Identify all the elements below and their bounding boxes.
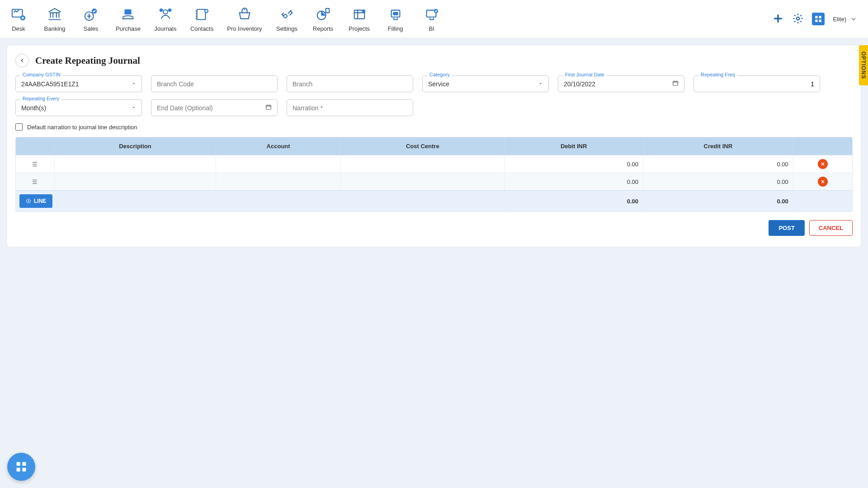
nav-settings[interactable]: Settings [276, 6, 298, 32]
bi-icon [424, 6, 439, 23]
grid-icon [15, 460, 28, 473]
chevron-down-icon [850, 15, 857, 23]
end-date-input[interactable]: End Date (Optional) [151, 99, 278, 116]
journal-lines-table: Description Account Cost Centre Debit IN… [15, 137, 853, 212]
proinventory-icon [237, 6, 252, 23]
nav-projects[interactable]: Projects [348, 6, 371, 32]
cell-debit[interactable]: 0.00 [505, 173, 643, 191]
cell-credit[interactable]: 0.00 [643, 155, 793, 173]
company-gstin-select[interactable]: Company GSTIN 24AABCA5951E1Z1 [15, 75, 142, 92]
repeating-every-select[interactable]: Repeating Every Month(s) [15, 99, 142, 116]
cell-account[interactable] [216, 173, 340, 191]
nav-label: Contacts [190, 25, 213, 32]
fab-button[interactable] [7, 453, 35, 481]
cell-account[interactable] [216, 155, 340, 173]
sales-icon [83, 6, 99, 23]
svg-point-5 [163, 9, 167, 14]
cell-debit[interactable]: 0.00 [505, 155, 643, 173]
delete-row-button[interactable] [818, 177, 828, 187]
back-button[interactable] [15, 54, 29, 67]
every-label: Repeating Every [20, 96, 61, 101]
svg-rect-24 [673, 81, 678, 85]
repeating-freq-input[interactable]: Repeating Freq [693, 75, 820, 92]
nav-right: Elite) [772, 13, 861, 26]
cell-cost-centre[interactable] [341, 173, 505, 191]
post-button[interactable]: POST [769, 220, 804, 236]
nav-label: Sales [84, 25, 99, 32]
cell-credit[interactable]: 0.00 [643, 173, 793, 191]
drag-handle-icon[interactable]: ☰ [32, 161, 38, 168]
nav-contacts[interactable]: Contacts [190, 6, 213, 32]
svg-rect-30 [22, 468, 26, 471]
projects-icon [352, 6, 367, 23]
nav-purchase[interactable]: Purchase [116, 6, 141, 32]
svg-rect-8 [197, 9, 205, 19]
gstin-label: Company GSTIN [20, 72, 63, 77]
svg-rect-4 [125, 9, 132, 14]
gear-icon[interactable] [792, 13, 804, 26]
card-header: Create Repeating Journal [15, 54, 853, 67]
nav-proinventory[interactable]: Pro Inventory [227, 6, 262, 32]
th-cost-centre: Cost Centre [341, 137, 505, 155]
svg-rect-25 [266, 105, 271, 109]
drag-handle-icon[interactable]: ☰ [32, 178, 38, 185]
total-debit: 0.00 [505, 191, 643, 212]
nav-label: Projects [349, 25, 370, 32]
app-grid-icon[interactable] [812, 13, 825, 25]
branch-code-input[interactable]: Branch Code [151, 75, 278, 92]
add-line-button[interactable]: LINE [19, 194, 52, 208]
options-side-tab[interactable]: OPTIONS [859, 45, 868, 85]
cell-description[interactable] [54, 155, 216, 173]
nav-label: Reports [313, 25, 334, 32]
delete-row-button[interactable] [818, 159, 828, 169]
first-journal-date-input[interactable]: First Journal Date 20/10/2022 [558, 75, 684, 92]
nav-reports[interactable]: Reports [312, 6, 335, 32]
banking-icon [47, 6, 62, 23]
nav-sales[interactable]: Sales [80, 6, 102, 32]
plus-icon[interactable] [772, 13, 784, 26]
category-select[interactable]: Category Service [422, 75, 549, 92]
freq-value[interactable] [699, 80, 814, 88]
th-actions [793, 137, 852, 155]
nav-label: Banking [44, 25, 66, 32]
svg-point-19 [797, 17, 800, 20]
branch-code-placeholder: Branch Code [157, 80, 194, 88]
narration-input[interactable]: Narration * [287, 99, 413, 116]
nav-label: Purchase [116, 25, 141, 32]
nav-items: Desk Banking Sales Purchase Journals [7, 6, 443, 32]
filling-icon [388, 6, 403, 23]
table-row: ☰ 0.00 0.00 [16, 155, 852, 173]
total-credit: 0.00 [643, 191, 793, 212]
user-menu[interactable]: Elite) [833, 15, 861, 23]
th-description: Description [54, 137, 216, 155]
nav-label: BI [429, 25, 434, 32]
default-narration-checkbox[interactable] [15, 123, 23, 131]
svg-rect-28 [22, 462, 26, 466]
nav-label: Settings [276, 25, 297, 32]
nav-journals[interactable]: Journals [154, 6, 177, 32]
svg-rect-12 [326, 8, 329, 12]
freq-label: Repeating Freq [698, 72, 737, 77]
first-date-label: First Journal Date [563, 72, 607, 77]
form-row-2: Repeating Every Month(s) End Date (Optio… [15, 99, 853, 116]
branch-input[interactable]: Branch [287, 75, 413, 92]
nav-bi[interactable]: BI [420, 6, 443, 32]
purchase-icon [120, 6, 136, 23]
category-label: Category [427, 72, 452, 77]
th-debit: Debit INR [505, 137, 643, 155]
top-navigation: Desk Banking Sales Purchase Journals [0, 0, 868, 38]
svg-point-10 [283, 14, 287, 18]
calendar-icon [265, 104, 272, 112]
th-drag [16, 137, 54, 155]
nav-filling[interactable]: Filling [384, 6, 407, 32]
nav-banking[interactable]: Banking [43, 6, 66, 32]
first-date-value: 20/10/2022 [564, 80, 672, 88]
cell-description[interactable] [54, 173, 216, 191]
svg-rect-16 [393, 12, 398, 15]
narration-placeholder: Narration * [292, 104, 323, 112]
th-account: Account [216, 137, 340, 155]
svg-rect-20 [816, 16, 818, 18]
cancel-button[interactable]: CANCEL [809, 220, 853, 236]
nav-desk[interactable]: Desk [7, 6, 30, 32]
cell-cost-centre[interactable] [341, 155, 505, 173]
